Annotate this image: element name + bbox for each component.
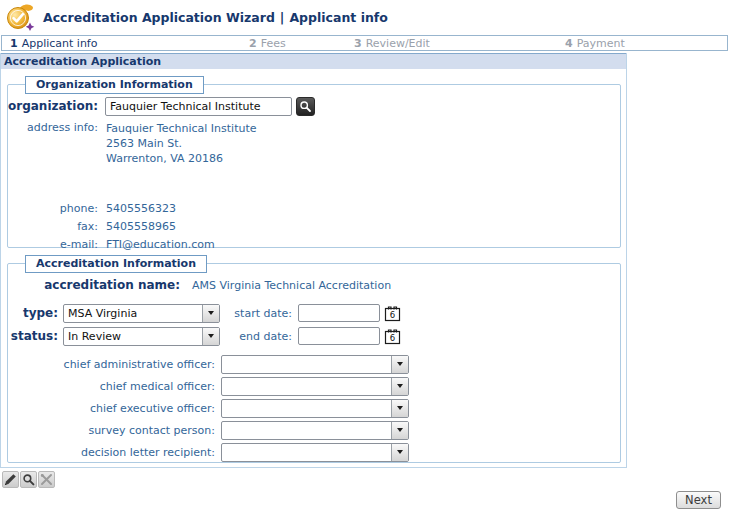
chevron-down-icon — [391, 356, 408, 373]
chevron-down-icon — [202, 305, 219, 322]
chevron-down-icon — [391, 422, 408, 439]
contact-block: phone: 5405556323 fax: 5405558965 e-mail… — [8, 199, 620, 253]
status-label: status: — [8, 329, 58, 343]
step-applicant-info[interactable]: 1Applicant info — [2, 37, 241, 50]
step-review-edit[interactable]: 3Review/Edit — [346, 37, 557, 50]
accreditation-name-row: accreditation name: AMS Virginia Technic… — [8, 278, 620, 292]
fax-value: 5405558965 — [106, 220, 176, 233]
chevron-down-icon — [391, 400, 408, 417]
survey-contact-person-row: survey contact person: — [8, 419, 620, 441]
view-zoom-button[interactable] — [20, 471, 37, 488]
accreditation-wizard-page: Accreditation Application Wizard|Applica… — [0, 0, 729, 513]
end-date-label: end date: — [220, 330, 292, 343]
start-date-calendar-button[interactable]: 6 — [384, 305, 401, 322]
wizard-badge-icon — [6, 3, 36, 32]
chief-executive-officer-label: chief executive officer: — [8, 402, 215, 415]
edit-pencil-icon — [4, 473, 17, 486]
chief-medical-officer-dropdown[interactable] — [221, 377, 409, 396]
status-dropdown[interactable]: In Review — [63, 327, 220, 346]
decision-letter-recipient-label: decision letter recipient: — [8, 446, 215, 459]
chevron-down-icon — [391, 444, 408, 461]
chief-medical-officer-label: chief medical officer: — [8, 380, 215, 393]
accreditation-application-panel: Accreditation Application Organization I… — [0, 53, 627, 468]
magnifier-icon — [299, 100, 312, 113]
chief-medical-officer-row: chief medical officer: — [8, 375, 620, 397]
email-label: e-mail: — [8, 238, 98, 251]
accreditation-information-section: Accreditation Information accreditation … — [7, 263, 621, 463]
type-row: type: MSA Virginia start date: 6 — [8, 303, 620, 323]
email-row: e-mail: FTI@education.com — [8, 235, 620, 253]
accreditation-information-legend: Accreditation Information — [25, 255, 207, 273]
step-fees[interactable]: 2Fees — [241, 37, 346, 50]
app-header: Accreditation Application Wizard|Applica… — [0, 0, 729, 33]
panel-title: Accreditation Application — [4, 55, 161, 68]
start-date-input[interactable] — [298, 304, 380, 322]
organization-information-section: Organization Information organization: a… — [7, 84, 621, 248]
accreditation-name-label: accreditation name: — [8, 278, 180, 292]
next-button[interactable]: Next — [676, 491, 721, 509]
step-label: Fees — [261, 37, 286, 50]
start-date-label: start date: — [220, 307, 292, 320]
address-info-value: Fauquier Technical Institute 2563 Main S… — [106, 118, 257, 166]
record-toolbar — [2, 471, 729, 488]
chevron-down-icon — [391, 378, 408, 395]
organization-input[interactable] — [105, 97, 292, 116]
panel-title-band: Accreditation Application — [1, 53, 626, 69]
step-label: Applicant info — [22, 37, 98, 50]
decision-letter-recipient-dropdown[interactable] — [221, 443, 409, 462]
address-info-row: address info: Fauquier Technical Institu… — [8, 118, 620, 166]
calendar-icon: 6 — [384, 328, 401, 345]
accreditation-name-value: AMS Virginia Technical Accreditation — [192, 278, 391, 292]
decision-letter-recipient-row: decision letter recipient: — [8, 441, 620, 463]
status-row: status: In Review end date: 6 — [8, 326, 620, 346]
organization-information-legend: Organization Information — [25, 76, 204, 94]
tools-icon — [40, 473, 53, 486]
chief-administrative-officer-label: chief administrative officer: — [8, 358, 215, 371]
step-number: 2 — [249, 37, 257, 50]
organization-row: organization: — [8, 97, 620, 116]
step-label: Payment — [577, 37, 625, 50]
email-value: FTI@education.com — [106, 238, 215, 251]
officer-fields: chief administrative officer: chief medi… — [8, 353, 620, 463]
address-line: Warrenton, VA 20186 — [106, 151, 257, 166]
current-step-title: Applicant info — [289, 10, 387, 25]
fax-row: fax: 5405558965 — [8, 217, 620, 235]
calendar-icon: 6 — [384, 305, 401, 322]
page-title: Accreditation Application Wizard|Applica… — [43, 10, 388, 25]
chief-administrative-officer-dropdown[interactable] — [221, 355, 409, 374]
step-number: 3 — [354, 37, 362, 50]
survey-contact-person-label: survey contact person: — [8, 424, 215, 437]
phone-value: 5405556323 — [106, 202, 176, 215]
step-payment[interactable]: 4Payment — [557, 37, 727, 50]
phone-row: phone: 5405556323 — [8, 199, 620, 217]
chief-administrative-officer-row: chief administrative officer: — [8, 353, 620, 375]
step-label: Review/Edit — [366, 37, 430, 50]
address-info-label: address info: — [8, 118, 98, 134]
type-label: type: — [8, 306, 58, 320]
calendar-day: 6 — [390, 333, 395, 343]
fax-label: fax: — [8, 220, 98, 233]
step-number: 4 — [565, 37, 573, 50]
wizard-steps-bar: 1Applicant info 2Fees 3Review/Edit 4Paym… — [1, 35, 728, 51]
magnifier-icon — [22, 473, 35, 486]
step-number: 1 — [10, 37, 18, 50]
edit-button[interactable] — [2, 471, 19, 488]
organization-search-button[interactable] — [296, 97, 315, 116]
chief-executive-officer-row: chief executive officer: — [8, 397, 620, 419]
phone-label: phone: — [8, 202, 98, 215]
calendar-day: 6 — [390, 310, 395, 320]
chevron-down-icon — [202, 328, 219, 345]
tools-button[interactable] — [38, 471, 55, 488]
organization-label: organization: — [8, 97, 98, 113]
title-separator: | — [280, 10, 285, 25]
wizard-title: Accreditation Application Wizard — [43, 10, 275, 25]
type-dropdown[interactable]: MSA Virginia — [63, 304, 220, 323]
end-date-input[interactable] — [298, 327, 380, 345]
survey-contact-person-dropdown[interactable] — [221, 421, 409, 440]
end-date-calendar-button[interactable]: 6 — [384, 328, 401, 345]
type-dropdown-value: MSA Virginia — [64, 307, 202, 320]
address-line: 2563 Main St. — [106, 136, 257, 151]
status-dropdown-value: In Review — [64, 330, 202, 343]
chief-executive-officer-dropdown[interactable] — [221, 399, 409, 418]
address-line: Fauquier Technical Institute — [106, 121, 257, 136]
